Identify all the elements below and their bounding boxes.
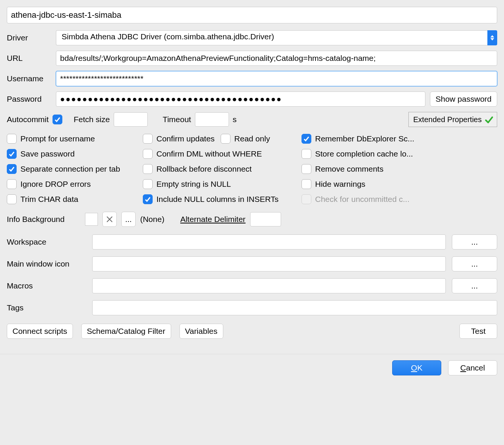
- driver-label: Driver: [7, 33, 51, 42]
- username-label: Username: [7, 74, 51, 83]
- info-bg-none-label: (None): [140, 215, 164, 224]
- info-background-label: Info Background: [7, 215, 65, 224]
- extended-properties-button[interactable]: Extended Properties: [408, 112, 497, 127]
- schema-filter-button[interactable]: Schema/Catalog Filter: [81, 324, 171, 339]
- fetch-size-label: Fetch size: [74, 115, 110, 124]
- main-window-icon-label: Main window icon: [7, 259, 86, 268]
- select-arrow-icon: [487, 30, 497, 45]
- rollback-disconnect-option[interactable]: Rollback before disconnect: [143, 164, 301, 174]
- read-only-option[interactable]: Read only: [221, 134, 270, 144]
- info-bg-color-swatch[interactable]: [85, 213, 98, 226]
- workspace-label: Workspace: [7, 237, 86, 247]
- connect-scripts-button[interactable]: Connect scripts: [7, 324, 73, 339]
- ignore-drop-option[interactable]: Ignore DROP errors: [7, 179, 143, 189]
- password-label: Password: [7, 95, 51, 104]
- include-null-option[interactable]: Include NULL columns in INSERTs: [143, 194, 301, 204]
- prompt-username-option[interactable]: Prompt for username: [7, 134, 143, 144]
- timeout-label: Timeout: [163, 115, 191, 124]
- driver-select[interactable]: Simbda Athena JDBC Driver (com.simba.ath…: [56, 30, 497, 45]
- workspace-input[interactable]: [92, 234, 446, 250]
- profile-name-input[interactable]: [7, 7, 497, 23]
- url-label: URL: [7, 54, 51, 63]
- empty-null-option[interactable]: Empty string is NULL: [143, 179, 301, 189]
- store-cache-option[interactable]: Store completion cache lo...: [301, 149, 497, 159]
- autocommit-checkbox[interactable]: [53, 115, 62, 124]
- variables-button[interactable]: Variables: [179, 324, 223, 339]
- tags-input[interactable]: [92, 300, 497, 315]
- password-input[interactable]: [56, 91, 425, 107]
- remove-comments-option[interactable]: Remove comments: [301, 164, 497, 174]
- fetch-size-input[interactable]: [114, 112, 148, 127]
- remember-schema-option[interactable]: Remember DbExplorer Sc...: [301, 134, 497, 144]
- tags-label: Tags: [7, 303, 86, 312]
- show-password-button[interactable]: Show password: [430, 91, 497, 107]
- macros-browse-button[interactable]: ...: [452, 278, 497, 293]
- username-input[interactable]: [56, 71, 497, 86]
- checkmark-icon: [485, 116, 492, 123]
- save-password-option[interactable]: Save password: [7, 149, 143, 159]
- timeout-input[interactable]: [195, 112, 229, 127]
- macros-label: Macros: [7, 281, 86, 290]
- url-input[interactable]: [56, 51, 497, 66]
- alternate-delimiter-label[interactable]: Alternate Delimiter: [180, 215, 246, 224]
- confirm-updates-option[interactable]: Confirm updates: [143, 134, 215, 144]
- main-window-icon-input[interactable]: [92, 256, 446, 271]
- timeout-unit-label: s: [233, 115, 237, 124]
- confirm-dml-option[interactable]: Confirm DML without WHERE: [143, 149, 301, 159]
- driver-value: Simbda Athena JDBC Driver (com.simba.ath…: [56, 30, 487, 45]
- cancel-button[interactable]: Cancel: [448, 360, 497, 375]
- info-bg-pick-button[interactable]: ...: [121, 212, 136, 227]
- trim-char-option[interactable]: Trim CHAR data: [7, 194, 143, 204]
- hide-warnings-option[interactable]: Hide warnings: [301, 179, 497, 189]
- check-uncommitted-option: Check for uncommitted c...: [301, 194, 497, 204]
- autocommit-label: Autocommit: [7, 115, 49, 124]
- main-window-icon-browse-button[interactable]: ...: [452, 256, 497, 271]
- separate-connection-option[interactable]: Separate connection per tab: [7, 164, 143, 174]
- info-bg-clear-button[interactable]: [102, 212, 117, 227]
- workspace-browse-button[interactable]: ...: [452, 234, 497, 250]
- macros-input[interactable]: [92, 278, 446, 293]
- extended-properties-label: Extended Properties: [413, 115, 482, 124]
- test-button[interactable]: Test: [459, 324, 497, 339]
- ok-button[interactable]: OK: [392, 360, 441, 375]
- alternate-delimiter-input[interactable]: [250, 212, 281, 226]
